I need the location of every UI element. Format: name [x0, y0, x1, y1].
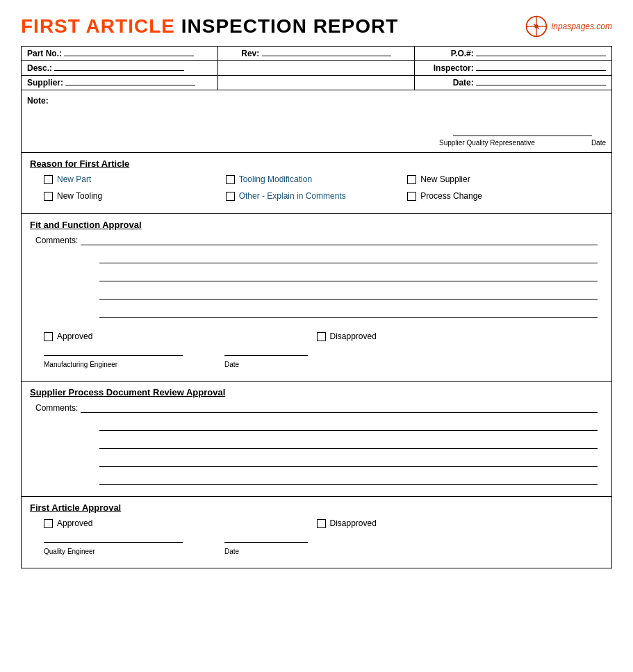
checkbox-new-tooling[interactable]: New Tooling: [44, 191, 226, 201]
rev-cell: Rev:: [218, 47, 415, 60]
fit-comments-line-5[interactable]: [99, 308, 598, 318]
checkbox-box-new-part[interactable]: [44, 175, 53, 184]
po-label: P.O.#:: [451, 49, 474, 58]
supplier-value[interactable]: [65, 85, 195, 85]
fit-sig-label-1: Manufacturing Engineer: [44, 361, 117, 368]
checkbox-other[interactable]: Other - Explain in Comments: [226, 191, 408, 201]
supplier-cell: Supplier:: [22, 76, 218, 90]
supplier-comments-line-5[interactable]: [99, 475, 598, 485]
part-no-value[interactable]: [64, 56, 193, 56]
page-header: FIRST ARTICLE INSPECTION REPORT inpaspag…: [21, 14, 612, 39]
rev-value[interactable]: [262, 56, 391, 56]
inspector-cell: Inspector:: [415, 61, 611, 75]
fit-sig-line-2: [224, 355, 308, 356]
logo-text: inpaspages.com: [552, 22, 612, 31]
title-first-article: FIRST ARTICLE: [21, 15, 175, 37]
po-value[interactable]: [476, 56, 606, 56]
reason-title: Reason for First Article: [30, 158, 603, 169]
supplier-process-title: Supplier Process Document Review Approva…: [30, 387, 603, 398]
fit-disapproved-box[interactable]: [317, 332, 326, 341]
fit-comments-line-4[interactable]: [99, 290, 598, 300]
checkbox-box-other[interactable]: [226, 192, 235, 201]
checkbox-new-part[interactable]: New Part: [44, 174, 226, 184]
desc-cell: Desc.:: [22, 61, 218, 75]
supplier-comments-line-4[interactable]: [99, 457, 598, 467]
main-title: FIRST ARTICLE INSPECTION REPORT: [21, 15, 398, 38]
supplier-sig-area: Supplier Quality Represenative Date: [439, 131, 606, 147]
fit-sig-block-1: Manufacturing Engineer: [44, 355, 183, 370]
fa-approval-row: Approved Disapproved: [30, 518, 603, 528]
supplier-comments-row: Comments:: [30, 403, 603, 413]
checkbox-new-supplier[interactable]: New Supplier: [407, 174, 589, 184]
desc-label: Desc.:: [27, 63, 52, 73]
reason-section: Reason for First Article New Part Toolin…: [22, 153, 611, 214]
form-container: Part No.: Rev: P.O.#: Desc.: Inspector: …: [21, 46, 612, 568]
fit-sig-area: Manufacturing Engineer Date: [30, 355, 603, 375]
fit-approved-label: Approved: [57, 331, 92, 341]
po-cell: P.O.#:: [415, 47, 611, 60]
inspector-value[interactable]: [476, 70, 606, 71]
info-row-1: Part No.: Rev: P.O.#:: [22, 47, 611, 61]
fa-sig-label-2: Date: [224, 548, 239, 555]
fa-sig-block-2: Date: [224, 542, 308, 557]
reason-checkboxes: New Part Tooling Modification New Suppli…: [30, 174, 603, 201]
checkbox-box-tooling-mod[interactable]: [226, 175, 235, 184]
fa-disapproved-box[interactable]: [317, 519, 326, 528]
fit-comments-line-1[interactable]: [81, 236, 598, 245]
fit-sig-block-2: Date: [224, 355, 308, 370]
inspector-label: Inspector:: [434, 63, 474, 73]
checkbox-box-new-tooling[interactable]: [44, 192, 53, 201]
supplier-comments-line-1[interactable]: [81, 403, 598, 413]
fa-disapproved-checkbox[interactable]: Disapproved: [317, 518, 590, 528]
fit-sig-line-1: [44, 355, 183, 356]
fit-approved-checkbox[interactable]: Approved: [44, 331, 317, 341]
fa-sig-label-1: Quality Engineer: [44, 548, 95, 555]
desc-value[interactable]: [54, 70, 183, 71]
checkbox-label-tooling-mod: Tooling Modification: [239, 174, 312, 184]
fa-sig-block-1: Quality Engineer: [44, 542, 183, 557]
fit-comments-line-2[interactable]: [99, 254, 598, 263]
fit-disapproved-checkbox[interactable]: Disapproved: [317, 331, 590, 341]
supplier-process-section: Supplier Process Document Review Approva…: [22, 382, 611, 497]
supplier-sig-labels: Supplier Quality Represenative Date: [439, 139, 606, 147]
logo-icon: [524, 14, 549, 39]
fa-sig-line-2: [224, 542, 308, 543]
supplier-comments-line-2[interactable]: [99, 421, 598, 431]
logo: inpaspages.com: [524, 14, 612, 39]
fa-approved-box[interactable]: [44, 519, 53, 528]
first-article-approval-section: First Article Approval Approved Disappro…: [22, 497, 611, 568]
fit-comments-line-3[interactable]: [99, 272, 598, 281]
supplier-label: Supplier:: [27, 78, 63, 88]
supplier-sig-label: Supplier Quality Represenative: [439, 139, 535, 147]
fit-comments-label: Comments:: [35, 236, 78, 245]
date-cell: Date:: [415, 76, 611, 90]
checkbox-box-new-supplier[interactable]: [407, 175, 416, 184]
fit-function-title: Fit and Function Approval: [30, 220, 603, 230]
note-label: Note:: [27, 96, 49, 106]
fit-approved-box[interactable]: [44, 332, 53, 341]
checkbox-label-other: Other - Explain in Comments: [239, 191, 346, 201]
first-article-title: First Article Approval: [30, 502, 603, 513]
info-row-2: Desc.: Inspector:: [22, 61, 611, 76]
rev-label: Rev:: [241, 49, 259, 58]
fa-sig-line-1: [44, 542, 183, 543]
empty-cell-1: [218, 61, 415, 75]
checkbox-label-new-part: New Part: [57, 174, 91, 184]
fa-sig-area: Quality Engineer Date: [30, 542, 603, 562]
checkbox-tooling-mod[interactable]: Tooling Modification: [226, 174, 408, 184]
supplier-comments-label: Comments:: [35, 403, 78, 413]
supplier-comments-line-3[interactable]: [99, 439, 598, 449]
title-inspection-report: INSPECTION REPORT: [175, 15, 398, 37]
fa-approved-checkbox[interactable]: Approved: [44, 518, 317, 528]
supplier-sig-line: [453, 136, 592, 136]
checkbox-box-process-change[interactable]: [407, 192, 416, 201]
fit-function-section: Fit and Function Approval Comments: Appr…: [22, 214, 611, 382]
checkbox-label-new-tooling: New Tooling: [57, 191, 102, 201]
info-row-3: Supplier: Date:: [22, 76, 611, 90]
checkbox-label-process-change: Process Change: [420, 191, 482, 201]
fa-disapproved-label: Disapproved: [330, 518, 377, 528]
date-value[interactable]: [476, 85, 606, 85]
part-no-label: Part No.:: [27, 49, 62, 58]
checkbox-process-change[interactable]: Process Change: [407, 191, 589, 201]
fit-approval-row: Approved Disapproved: [30, 331, 603, 341]
